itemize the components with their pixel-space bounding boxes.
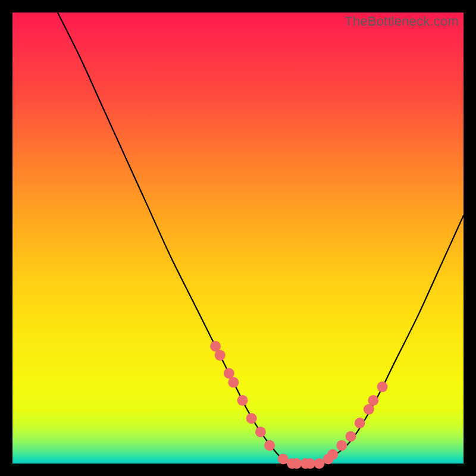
highlight-dot (264, 440, 275, 451)
highlight-dot (368, 395, 378, 406)
highlight-dots-group (210, 341, 387, 469)
highlight-dot (228, 377, 239, 388)
highlight-dot (246, 413, 257, 424)
highlight-dot (237, 395, 248, 406)
highlight-dot (355, 418, 365, 428)
highlight-dot (377, 381, 388, 392)
highlight-dot (336, 440, 347, 451)
plot-area: TheBottleneck.com (12, 12, 464, 464)
highlight-dot (255, 427, 266, 437)
highlight-dot (346, 431, 356, 442)
bottleneck-curve-line (58, 12, 464, 464)
highlight-dot (215, 350, 226, 361)
highlight-dot (327, 449, 338, 460)
chart-svg (12, 12, 464, 464)
chart-frame: TheBottleneck.com (0, 0, 476, 476)
